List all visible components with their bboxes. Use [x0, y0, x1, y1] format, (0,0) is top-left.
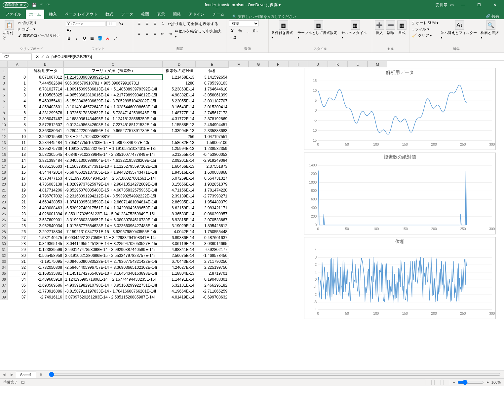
find-select-button[interactable]: 🔍検索と選択 ▾: [481, 20, 501, 40]
table-row[interactable]: 14123.3952757384.10913672552327E-14 + 1.…: [0, 146, 229, 152]
col-header[interactable]: I: [288, 61, 308, 67]
increase-font-icon[interactable]: A▴: [118, 20, 124, 27]
table-row[interactable]: 30280.849365145-3.04414955425189E-14 + 3…: [0, 241, 229, 247]
ribbon-options-icon[interactable]: ▭: [450, 3, 454, 7]
currency-icon[interactable]: ¥: [229, 28, 236, 34]
tab-insert[interactable]: 挿入: [46, 10, 60, 19]
tab-addins[interactable]: アドイン: [185, 10, 208, 19]
phonetic-button[interactable]: ア: [112, 35, 119, 42]
sort-filter-button[interactable]: A↓並べ替えとフィルター ▾: [441, 20, 479, 40]
col-header[interactable]: G: [249, 61, 268, 67]
merge-center-button[interactable]: ⬌セルを結合して中央揃え ▾: [175, 28, 223, 39]
table-row[interactable]: 3432-1.732050808-2.58464405996757E-14 + …: [0, 264, 229, 270]
table-row[interactable]: 26243.537609901-3.31993603886952E-14 + 6…: [0, 217, 229, 223]
table-row[interactable]: 18164.344472014-5.69705029187365E-16 + 1…: [0, 169, 229, 175]
inc-decimal-icon[interactable]: .0→: [252, 28, 259, 34]
table-row[interactable]: 208.071067812-1.21458398893992E-131.2145…: [0, 74, 229, 80]
number-format-select[interactable]: 標準: [229, 20, 259, 26]
percent-icon[interactable]: %: [237, 28, 244, 34]
chart-phase[interactable]: 位相 -4-3-2-101234050100150200250300: [304, 237, 496, 319]
col-header[interactable]: E: [196, 61, 229, 67]
col-header[interactable]: A: [7, 61, 27, 67]
table-row[interactable]: 13113.2844454841.70504775510733E-15 + 1.…: [0, 140, 229, 146]
col-header[interactable]: F: [229, 61, 249, 67]
add-sheet-icon[interactable]: ⊕: [36, 372, 46, 377]
col-header[interactable]: H: [268, 61, 288, 67]
table-row[interactable]: 864.331299676-1.37265178352632E-14 - 5.7…: [0, 110, 229, 116]
tell-me-input[interactable]: 🔍 実行したい作業を入力してください: [232, 14, 296, 19]
table-row[interactable]: 1193.363080641-9.28042220955656E-14 - 9.…: [0, 128, 229, 134]
indent-inc-icon[interactable]: ⇥: [167, 30, 174, 37]
table-row[interactable]: 426.781027714-1.00915099536813E-14 + 5.1…: [0, 86, 229, 92]
table-row[interactable]: 31290.1238395962.99014747858098E-14 - 3.…: [0, 247, 229, 253]
font-name-input[interactable]: [66, 21, 105, 26]
accessibility-icon[interactable]: 🕮: [21, 380, 25, 384]
save-icon[interactable]: 💾: [32, 3, 37, 7]
table-row[interactable]: 17154.085136603-1.15637830247391E-13 + 1…: [0, 163, 229, 169]
horizontal-scrollbar[interactable]: [49, 372, 501, 378]
worksheet-grid[interactable]: 1解析用データフーリエ変換（複素数）複素数の絶対値位相208.071067812…: [0, 67, 229, 300]
table-row[interactable]: 3533-2.168535881-1.14511742765469E-13 + …: [0, 270, 229, 276]
delete-cells-button[interactable]: ➖削除: [386, 20, 395, 35]
orientation-icon[interactable]: ⤵: [160, 20, 166, 27]
minimize-button[interactable]: —: [456, 3, 470, 7]
table-row[interactable]: 16143.821398484-2.04051300988904E-14 - 4…: [0, 158, 229, 163]
view-pagelayout-icon[interactable]: [434, 380, 441, 385]
tab-file[interactable]: ファイル: [2, 10, 24, 19]
align-right-icon[interactable]: ≡: [151, 30, 158, 37]
name-box[interactable]: [2, 53, 32, 60]
zoom-slider[interactable]: [457, 380, 484, 385]
italic-button[interactable]: I: [73, 35, 80, 42]
table-row[interactable]: 536.109505325-4.96593662819016E-14 + 4.2…: [0, 92, 229, 98]
col-header[interactable]: D: [163, 61, 196, 67]
cond-format-button[interactable]: ▦条件付き書式 ▾: [271, 20, 295, 40]
col-header[interactable]: B: [27, 61, 63, 67]
enter-formula-icon[interactable]: ✓: [41, 54, 44, 59]
table-row[interactable]: 29271.5821404756.09044631327059E-14 + 3.…: [0, 235, 229, 241]
col-header[interactable]: K: [328, 61, 348, 67]
table-row[interactable]: 973.898047467-4.16880361434495E-14 - 1.1…: [0, 116, 229, 122]
maximize-button[interactable]: ☐: [472, 3, 485, 7]
table-row[interactable]: 19174.5704771534.31199735004934E-14 + 2.…: [0, 175, 229, 181]
cell-styles-button[interactable]: ▦セルのスタイル ▾: [341, 20, 369, 40]
tab-formulas[interactable]: 数式: [102, 10, 117, 19]
zoom-out-icon[interactable]: −: [453, 380, 455, 384]
paste-button[interactable]: 📋 貼り付け: [3, 20, 16, 40]
redo-icon[interactable]: ↷: [47, 3, 50, 7]
decrease-font-icon[interactable]: A▾: [66, 27, 72, 34]
table-row[interactable]: 27252.952940034-1.01756777564628E-14 + 3…: [0, 223, 229, 229]
align-left-icon[interactable]: ≡: [136, 30, 142, 37]
comma-icon[interactable]: ,: [245, 28, 251, 34]
chart-analysis-data[interactable]: 解析用データ -15-10-5051015050100150200250300: [304, 68, 496, 150]
user-name[interactable]: 安川章: [436, 2, 447, 8]
tab-nav-next-icon[interactable]: ▶: [8, 372, 16, 377]
tab-home[interactable]: ホーム: [26, 10, 44, 19]
zoom-in-icon[interactable]: +: [486, 380, 488, 384]
table-row[interactable]: 3937-2.749161163.07097620261283E-14 - 2.…: [0, 294, 229, 300]
clear-button[interactable]: 🧹クリア ▾: [412, 33, 439, 38]
select-all-corner[interactable]: [0, 61, 7, 67]
table-row[interactable]: 3230-0.5654589582.61910621280686E-15 - 2…: [0, 253, 229, 259]
format-cells-button[interactable]: ▦書式: [397, 20, 407, 35]
col-header[interactable]: M: [368, 61, 387, 67]
table-row[interactable]: 3836-2.773916886-3.81507911197833E-14 - …: [0, 288, 229, 294]
tab-view[interactable]: 表示: [154, 10, 168, 19]
font-color-button[interactable]: A: [104, 35, 111, 42]
table-row[interactable]: 3735-2.690569586-4.93391982910798E-14 + …: [0, 282, 229, 288]
format-painter-button[interactable]: 🖌書式のコピー/貼り付け: [18, 33, 60, 38]
align-middle-icon[interactable]: ≡: [144, 20, 150, 27]
cancel-formula-icon[interactable]: ✕: [36, 54, 39, 59]
align-center-icon[interactable]: ≡: [144, 30, 150, 37]
col-header[interactable]: C: [63, 61, 163, 67]
dec-decimal-icon[interactable]: ←.0: [229, 34, 236, 41]
bold-button[interactable]: B: [66, 35, 72, 42]
share-button[interactable]: 🔗 共有: [485, 14, 504, 19]
table-row[interactable]: 15133.5823055454.68497910238964E-14 - 2.…: [0, 152, 229, 158]
col-header[interactable]: J: [308, 61, 328, 67]
table-row[interactable]: 28262.292718804-7.15921310847731E-15 - 3…: [0, 229, 229, 235]
tab-developer[interactable]: 開発: [170, 10, 184, 19]
align-top-icon[interactable]: ≡: [136, 20, 142, 27]
table-row[interactable]: 25234.0260013948.35012732696123E-14 - 5.…: [0, 211, 229, 217]
indent-dec-icon[interactable]: ⇤: [159, 30, 166, 37]
table-row[interactable]: 754.858403601-8.10140146572643E-14 + 1.0…: [0, 104, 229, 110]
